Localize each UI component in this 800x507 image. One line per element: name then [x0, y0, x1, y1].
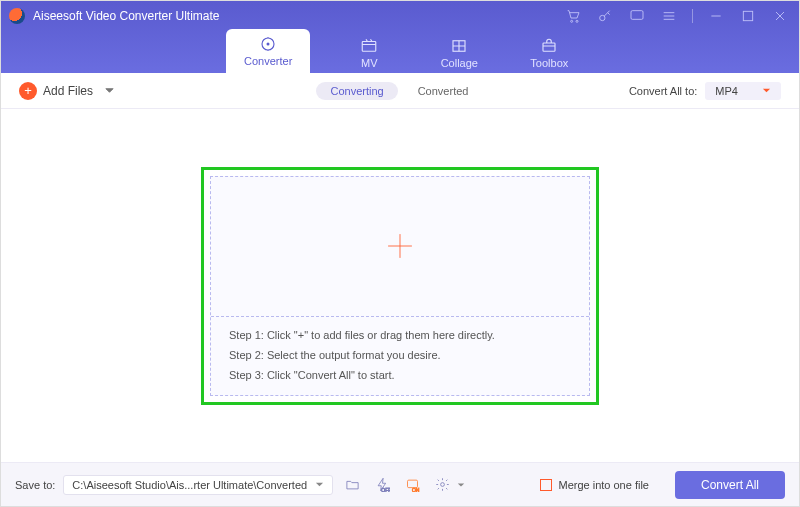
settings-button[interactable] [431, 474, 453, 496]
step-text: Step 2: Select the output format you des… [229, 349, 571, 361]
plus-icon [383, 229, 417, 263]
svg-rect-7 [363, 42, 377, 52]
tab-label: Converter [244, 55, 292, 67]
svg-text:ON: ON [412, 487, 420, 492]
app-logo-icon [9, 8, 25, 24]
tab-label: MV [361, 57, 378, 69]
convert-all-to-label: Convert All to: [629, 85, 697, 97]
toolbar: + Add Files Converting Converted Convert… [1, 73, 799, 109]
title-right-controls [564, 7, 789, 25]
dropzone: Step 1: Click "+" to add files or drag t… [210, 176, 590, 396]
svg-rect-9 [543, 43, 555, 51]
gpu-toggle[interactable]: ON [401, 474, 423, 496]
segment-converted[interactable]: Converted [404, 82, 483, 100]
merge-label: Merge into one file [558, 479, 649, 491]
svg-point-13 [440, 483, 444, 487]
minimize-icon[interactable] [707, 7, 725, 25]
save-to-label: Save to: [15, 479, 55, 491]
hw-accel-toggle[interactable]: OFF [371, 474, 393, 496]
tab-toolbox[interactable]: Toolbox [518, 33, 580, 73]
convert-all-to: Convert All to: MP4 [629, 82, 781, 100]
checkbox-box-icon [540, 479, 552, 491]
plus-icon: + [19, 82, 37, 100]
bottom-bar: Save to: C:\Aiseesoft Studio\Ais...rter … [1, 462, 799, 506]
tab-label: Toolbox [530, 57, 568, 69]
cart-icon[interactable] [564, 7, 582, 25]
tab-label: Collage [441, 57, 478, 69]
feedback-icon[interactable] [628, 7, 646, 25]
step-text: Step 3: Click "Convert All" to start. [229, 369, 571, 381]
status-segment: Converting Converted [316, 82, 482, 100]
app-title: Aiseesoft Video Converter Ultimate [33, 9, 220, 23]
main-area: Step 1: Click "+" to add files or drag t… [1, 109, 799, 462]
dropzone-add-area[interactable] [211, 177, 589, 317]
dropzone-steps: Step 1: Click "+" to add files or drag t… [211, 317, 589, 395]
close-icon[interactable] [771, 7, 789, 25]
title-left: Aiseesoft Video Converter Ultimate [9, 8, 220, 24]
svg-point-0 [571, 20, 573, 22]
chevron-down-icon[interactable] [105, 84, 114, 98]
title-bar: Aiseesoft Video Converter Ultimate Conve… [1, 1, 799, 73]
chevron-down-icon [315, 479, 324, 491]
chevron-down-icon[interactable] [457, 479, 465, 491]
convert-all-button[interactable]: Convert All [675, 471, 785, 499]
title-bar-top: Aiseesoft Video Converter Ultimate [1, 1, 799, 31]
dropzone-highlight: Step 1: Click "+" to add files or drag t… [201, 167, 599, 405]
tab-mv[interactable]: MV [338, 33, 400, 73]
svg-text:OFF: OFF [381, 487, 390, 492]
tab-collage[interactable]: Collage [428, 33, 490, 73]
save-path-select[interactable]: C:\Aiseesoft Studio\Ais...rter Ultimate\… [63, 475, 333, 495]
save-path-value: C:\Aiseesoft Studio\Ais...rter Ultimate\… [72, 479, 307, 491]
merge-checkbox[interactable]: Merge into one file [540, 479, 649, 491]
chevron-down-icon [762, 85, 771, 97]
open-folder-button[interactable] [341, 474, 363, 496]
svg-point-2 [600, 15, 605, 20]
tab-converter[interactable]: Converter [226, 29, 310, 73]
step-text: Step 1: Click "+" to add files or drag t… [229, 329, 571, 341]
menu-icon[interactable] [660, 7, 678, 25]
key-icon[interactable] [596, 7, 614, 25]
add-files-button[interactable]: + Add Files [19, 82, 114, 100]
app-window: Aiseesoft Video Converter Ultimate Conve… [0, 0, 800, 507]
svg-rect-4 [743, 11, 752, 20]
svg-point-1 [576, 20, 578, 22]
main-tabs: Converter MV Collage Toolbox [1, 31, 799, 73]
format-select[interactable]: MP4 [705, 82, 781, 100]
segment-converting[interactable]: Converting [316, 82, 397, 100]
format-value: MP4 [715, 85, 738, 97]
add-files-label: Add Files [43, 84, 93, 98]
svg-point-6 [267, 43, 270, 46]
divider [692, 9, 693, 23]
maximize-icon[interactable] [739, 7, 757, 25]
